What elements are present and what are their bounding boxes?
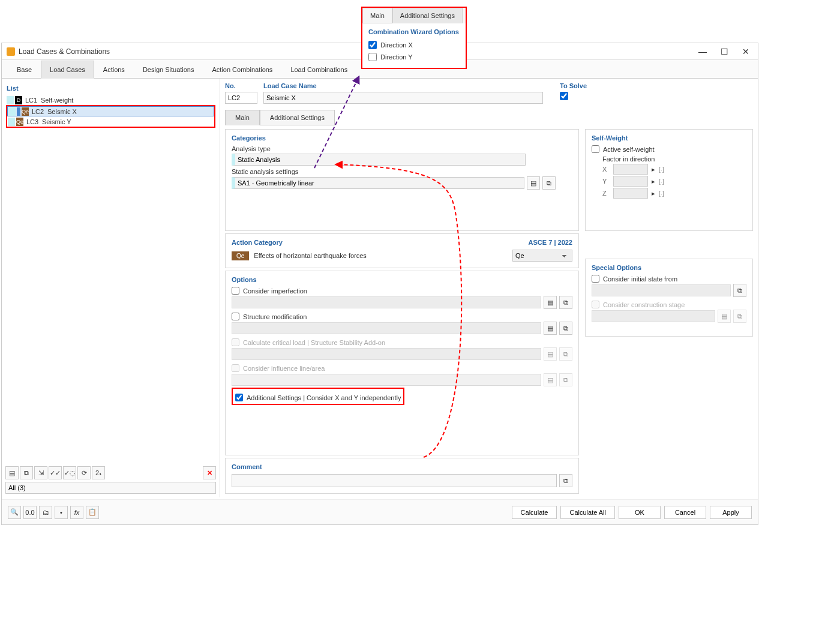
calculate-button[interactable]: Calculate	[512, 506, 557, 519]
static-settings-label: Static analysis settings	[232, 168, 572, 175]
check-all-icon[interactable]: ✓✓	[49, 466, 62, 479]
help-icon[interactable]: 🔍	[8, 506, 21, 519]
axis-z-label: Z	[602, 190, 610, 197]
categories-section: Categories Analysis type Static Analysis…	[225, 129, 579, 231]
additional-settings-popup: Main Additional Settings Combination Wiz…	[361, 7, 467, 69]
critical-field	[232, 348, 541, 360]
tree-icon[interactable]: 🗂	[39, 506, 52, 519]
special-options-section: Special Options Consider initial state f…	[585, 259, 753, 337]
lc-name: Self-weight	[40, 97, 215, 104]
edit-settings-icon[interactable]: ⧉	[542, 176, 556, 190]
lc-name: Seismic Y	[41, 118, 214, 125]
section-title-categories: Categories	[232, 134, 572, 142]
action-category-select[interactable]: Qe	[512, 250, 572, 262]
axis-y-label: Y	[602, 178, 610, 185]
static-settings-select[interactable]: SA1 - Geometrically linear	[232, 177, 524, 189]
factor-direction-label: Factor in direction	[602, 155, 746, 163]
direction-y-checkbox[interactable]	[368, 53, 377, 61]
list-item[interactable]: Qe LC3 Seismic Y	[7, 116, 214, 127]
popup-tab-main[interactable]: Main	[362, 8, 392, 23]
list-header: List	[7, 85, 215, 92]
additional-settings-checkbox[interactable]	[235, 394, 243, 401]
edit-icon[interactable]: ⧉	[559, 322, 572, 335]
no-label: No.	[225, 82, 257, 89]
dialog-window: Load Cases & Combinations — ☐ ✕ Base Loa…	[1, 43, 758, 525]
list-item[interactable]: Qe LC2 Seismic X	[7, 106, 214, 116]
initial-state-label: Consider initial state from	[603, 275, 677, 283]
unit-label: [-]	[659, 190, 664, 197]
popup-section-title: Combination Wizard Options	[368, 28, 460, 35]
edit-icon[interactable]: ⧉	[733, 284, 746, 297]
factor-x-input	[613, 164, 648, 175]
imperfection-field	[232, 296, 541, 308]
section-title-selfweight: Self-Weight	[592, 134, 746, 142]
direction-x-row[interactable]: Direction X	[368, 39, 460, 51]
tab-load-combinations[interactable]: Load Combinations	[281, 61, 356, 79]
detail-tab-main[interactable]: Main	[225, 110, 260, 125]
tab-base[interactable]: Base	[8, 61, 41, 79]
new-icon: ▤	[544, 373, 557, 386]
active-self-weight-checkbox[interactable]	[592, 145, 599, 153]
color-swatch	[7, 96, 14, 104]
uncheck-all-icon[interactable]: ✓◌	[63, 466, 76, 479]
delete-icon[interactable]: ✕	[203, 466, 216, 479]
filter-select[interactable]: All (3)	[5, 482, 216, 494]
comment-section: Comment ⧉	[225, 458, 579, 494]
structure-mod-label: Structure modification	[243, 313, 307, 320]
category-badge: Qe	[22, 107, 29, 116]
spinner-icon: ▸	[652, 178, 655, 185]
tab-design-situations[interactable]: Design Situations	[134, 61, 203, 79]
section-title-comment: Comment	[232, 463, 572, 470]
unit-label: [-]	[659, 178, 664, 185]
new-icon[interactable]: ▤	[544, 322, 557, 335]
minimize-button[interactable]: —	[695, 46, 710, 58]
to-solve-checkbox[interactable]	[560, 92, 568, 100]
no-input[interactable]	[225, 92, 257, 104]
calendar-icon[interactable]: 📋	[86, 506, 99, 519]
self-weight-section: Self-Weight Active self-weight Factor in…	[585, 129, 753, 231]
renumber-icon[interactable]: 2₁	[92, 466, 105, 479]
cancel-button[interactable]: Cancel	[664, 506, 706, 519]
apply-button[interactable]: Apply	[710, 506, 752, 519]
initial-state-checkbox[interactable]	[592, 275, 599, 283]
tab-load-cases[interactable]: Load Cases	[41, 61, 94, 79]
direction-x-checkbox[interactable]	[368, 41, 377, 49]
additional-settings-label: Additional Settings | Consider X and Y i…	[247, 394, 401, 401]
tab-actions[interactable]: Actions	[94, 61, 134, 79]
import-icon[interactable]: ⇲	[34, 466, 47, 479]
load-case-name-select[interactable]: Seismic X	[263, 92, 543, 104]
ok-button[interactable]: OK	[619, 506, 661, 519]
construction-stage-field	[592, 310, 715, 322]
edit-icon[interactable]: ⧉	[559, 296, 572, 309]
direction-y-label: Direction Y	[380, 53, 413, 61]
calculate-all-button[interactable]: Calculate All	[560, 506, 615, 519]
list-item[interactable]: D LC1 Self-weight	[6, 95, 215, 105]
standard-badge: ASCE 7 | 2022	[529, 239, 572, 246]
imperfection-checkbox[interactable]	[232, 287, 239, 295]
structure-mod-checkbox[interactable]	[232, 313, 239, 320]
direction-y-row[interactable]: Direction Y	[368, 51, 460, 63]
close-button[interactable]: ✕	[739, 46, 753, 58]
options-section: Options Consider imperfection ▤⧉ Structu…	[225, 271, 579, 455]
tab-action-combinations[interactable]: Action Combinations	[203, 61, 281, 79]
unit-label: [-]	[659, 166, 664, 173]
lc-number: LC3	[24, 118, 41, 125]
new-icon[interactable]: ▤	[544, 296, 557, 309]
analysis-type-select[interactable]: Static Analysis	[232, 154, 526, 166]
refresh-icon[interactable]: ⟳	[77, 466, 91, 479]
copy-icon[interactable]: ⧉	[20, 466, 33, 479]
dot-icon[interactable]: •	[55, 506, 68, 519]
detail-tab-additional[interactable]: Additional Settings	[260, 110, 335, 125]
critical-label: Calculate critical load | Structure Stab…	[243, 339, 385, 346]
units-icon[interactable]: 0.0	[23, 506, 37, 519]
maximize-button[interactable]: ☐	[717, 46, 731, 58]
new-settings-icon[interactable]: ▤	[527, 176, 540, 190]
new-icon[interactable]: ▤	[5, 466, 19, 479]
script-icon[interactable]: fx	[70, 506, 83, 519]
action-category-section: Action CategoryASCE 7 | 2022 Qe Effects …	[225, 233, 579, 268]
popup-tab-additional[interactable]: Additional Settings	[392, 8, 463, 23]
comment-edit-icon[interactable]: ⧉	[559, 474, 572, 487]
comment-input[interactable]	[232, 474, 557, 487]
color-swatch2	[17, 107, 20, 116]
influence-label: Consider influence line/area	[243, 365, 325, 372]
